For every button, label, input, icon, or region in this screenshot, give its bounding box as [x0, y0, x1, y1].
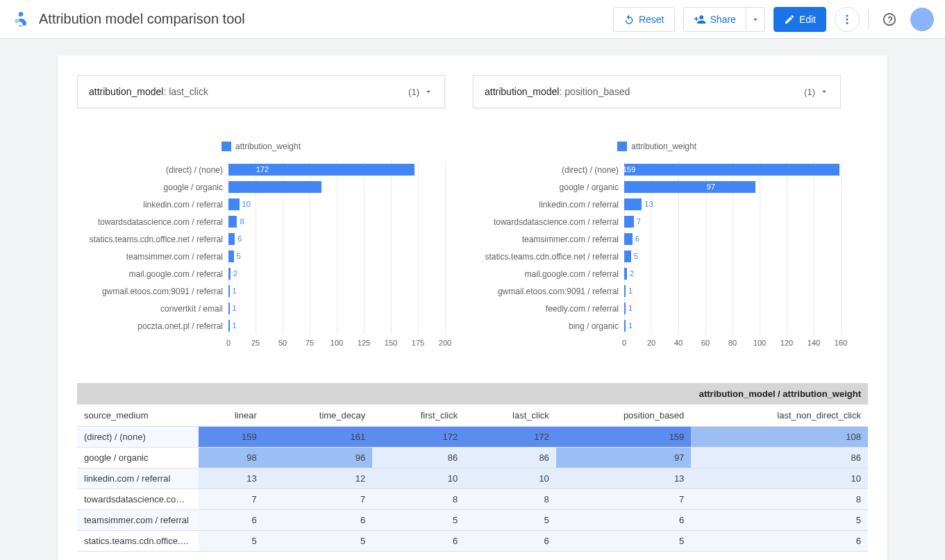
report-canvas: attribution_model: last_click (1) attrib… — [58, 56, 887, 560]
help-button[interactable] — [877, 7, 902, 32]
bar[interactable] — [624, 216, 634, 228]
bar[interactable] — [228, 320, 230, 332]
axis-tick: 75 — [306, 339, 314, 347]
axis-tick: 80 — [728, 339, 737, 347]
bar-row: towardsdatascience.com / referral 8 — [77, 213, 445, 230]
column-header[interactable]: last_click — [465, 405, 556, 427]
bar-chart: attribution_weight(direct) / (none) 159 … — [473, 142, 841, 350]
bar-category: mail.google.com / referral — [77, 269, 228, 279]
edit-button[interactable]: Edit — [773, 7, 826, 32]
table-cell: 159 — [556, 427, 692, 448]
table-row: linkedin.com / referral131210101310 — [77, 468, 868, 489]
table-cell: 12 — [264, 468, 373, 489]
table-cell: 5 — [264, 531, 373, 552]
bar-track: 86 — [228, 181, 445, 193]
legend-swatch — [221, 142, 231, 151]
filter-count: (1) — [804, 87, 815, 97]
bar[interactable] — [228, 268, 231, 280]
bar-value: 1 — [233, 303, 237, 314]
share-dropdown-button[interactable] — [746, 7, 765, 32]
column-header[interactable]: linear — [199, 405, 264, 427]
table-super-header: attribution_model / attribution_weight — [77, 383, 868, 405]
share-button[interactable]: Share — [683, 7, 746, 32]
bar-row: linkedin.com / referral 10 — [77, 196, 445, 213]
header-right: Reset Share Edit — [613, 7, 934, 32]
axis-tick: 150 — [385, 339, 397, 347]
bar-category: google / organic — [473, 183, 624, 192]
table-cell: 6 — [465, 531, 556, 552]
bar[interactable] — [228, 216, 237, 228]
page-title: Attribution model comparison tool — [39, 11, 245, 27]
table-cell: 5 — [556, 531, 692, 552]
axis-tick: 125 — [358, 339, 370, 347]
row-label: statics.teams.cdn.office.net ... — [77, 531, 199, 552]
svg-point-2 — [846, 15, 848, 17]
reset-button[interactable]: Reset — [613, 7, 675, 32]
table-cell: 86 — [691, 448, 868, 468]
row-label: google / organic — [77, 448, 199, 468]
bar[interactable] — [624, 198, 642, 210]
reset-label: Reset — [639, 14, 664, 25]
user-avatar[interactable] — [910, 8, 934, 31]
bar-track: 1 — [624, 303, 841, 314]
bar[interactable] — [624, 233, 633, 245]
bar-value: 1 — [233, 285, 237, 297]
bar-track: 1 — [228, 303, 445, 314]
axis-tick: 20 — [647, 339, 655, 347]
bar-row: statics.teams.cdn.office.net / referral … — [77, 230, 445, 248]
table-cell: 97 — [556, 448, 692, 468]
bar-row: teamsimmer.com / referral 6 — [473, 230, 841, 248]
bar[interactable] — [624, 285, 626, 297]
table-cell: 86 — [465, 448, 556, 468]
bar-category: gwmail.etoos.com:9091 / referral — [473, 287, 624, 296]
bar-value: 2 — [233, 268, 237, 280]
column-header[interactable]: last_non_direct_click — [691, 405, 868, 427]
bar-row: feedly.com / referral 1 — [473, 300, 841, 317]
bar-category: mail.google.com / referral — [473, 269, 624, 279]
bar-value: 1 — [628, 303, 633, 314]
bar[interactable] — [624, 251, 631, 262]
table-row: statics.teams.cdn.office.net ...556656 — [77, 531, 868, 552]
header-left: Attribution model comparison tool — [11, 10, 245, 29]
bar-row: mail.google.com / referral 2 — [473, 265, 841, 282]
bar[interactable] — [228, 181, 321, 193]
filter-chip[interactable]: attribution_model: position_based (1) — [473, 75, 841, 108]
share-button-group: Share — [683, 7, 765, 32]
table-cell: 8 — [372, 489, 465, 510]
bar-category: teamsimmer.com / referral — [473, 235, 624, 244]
column-header[interactable]: first_click — [372, 405, 465, 427]
bar-value: 2 — [630, 268, 634, 280]
more-vert-icon — [841, 13, 853, 26]
table-row: teamsimmer.com / referral665565 — [77, 510, 868, 531]
bar-category: teamsimmer.com / referral — [77, 252, 228, 262]
bar[interactable] — [624, 268, 627, 280]
more-options-button[interactable] — [835, 7, 860, 32]
divider — [868, 10, 869, 29]
bar[interactable] — [624, 303, 626, 314]
table-cell: 8 — [691, 489, 868, 510]
bar-value: 8 — [240, 216, 244, 228]
bar[interactable] — [228, 285, 230, 297]
bar-category: towardsdatascience.com / referral — [473, 217, 624, 227]
bar-row: gwmail.etoos.com:9091 / referral 1 — [473, 282, 841, 300]
bar[interactable] — [228, 303, 230, 314]
bar-row: convertkit / email 1 — [77, 300, 445, 317]
bar[interactable] — [228, 233, 235, 245]
bar-chart: attribution_weight(direct) / (none) 172 … — [77, 142, 445, 350]
row-label: (direct) / (none) — [77, 427, 199, 448]
svg-point-0 — [19, 12, 24, 17]
filter-chip[interactable]: attribution_model: last_click (1) — [77, 75, 445, 108]
bar-category: gwmail.etoos.com:9091 / referral — [77, 287, 228, 296]
person-add-icon — [694, 13, 706, 26]
column-header[interactable]: time_decay — [264, 405, 373, 427]
share-label: Share — [710, 14, 736, 25]
axis-tick: 100 — [331, 339, 343, 347]
bar-category: feedly.com / referral — [473, 304, 624, 314]
bar[interactable] — [624, 320, 626, 332]
table-cell: 6 — [264, 510, 373, 531]
bar-category: towardsdatascience.com / referral — [77, 217, 228, 227]
table-cell: 98 — [199, 448, 264, 468]
column-header[interactable]: position_based — [556, 405, 692, 427]
bar[interactable] — [228, 198, 240, 210]
bar[interactable] — [228, 251, 234, 262]
